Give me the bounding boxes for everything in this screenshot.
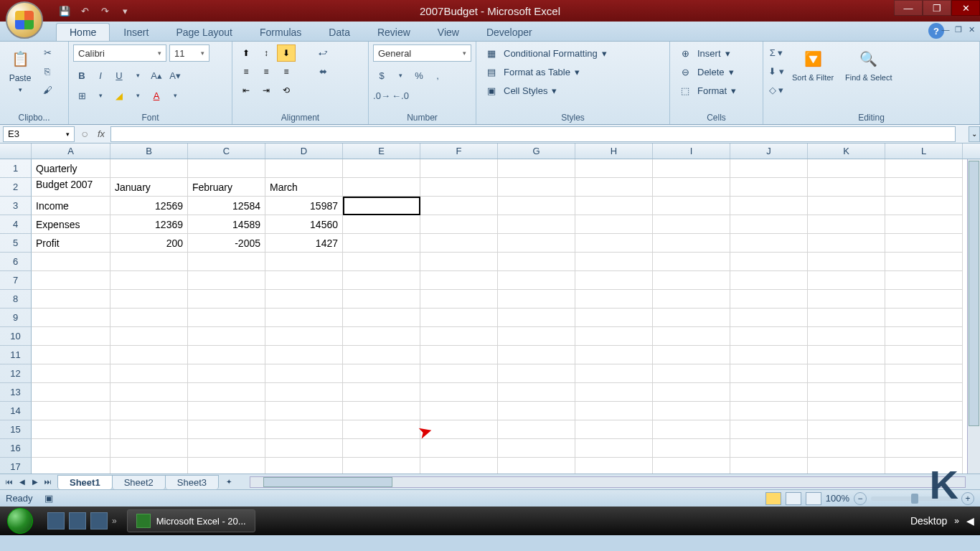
- cell-I16[interactable]: [653, 439, 730, 458]
- formula-input[interactable]: [110, 126, 956, 142]
- cell-A13[interactable]: [32, 383, 110, 402]
- cell-E8[interactable]: [343, 290, 420, 309]
- cell-K11[interactable]: [808, 346, 885, 364]
- row-header-5[interactable]: 5: [0, 234, 32, 253]
- cell-G8[interactable]: [498, 290, 575, 309]
- borders-icon[interactable]: ⊞: [73, 88, 90, 103]
- tab-home[interactable]: Home: [56, 23, 110, 41]
- cell-F5[interactable]: [420, 234, 498, 253]
- cell-K2[interactable]: [808, 178, 885, 197]
- cell-K5[interactable]: [808, 234, 885, 253]
- comma-icon[interactable]: ,: [429, 67, 446, 83]
- cell-E10[interactable]: [343, 327, 420, 346]
- cell-G2[interactable]: [498, 178, 575, 197]
- fx-icon[interactable]: fx: [92, 126, 110, 142]
- cell-L8[interactable]: [885, 290, 963, 309]
- cell-A17[interactable]: [32, 458, 110, 474]
- align-top-icon[interactable]: ⬆: [237, 44, 255, 62]
- cell-D17[interactable]: [265, 458, 343, 474]
- cell-D2[interactable]: March: [265, 178, 343, 197]
- cell-B9[interactable]: [110, 309, 188, 327]
- quicklaunch-icon[interactable]: [69, 512, 86, 529]
- cell-H5[interactable]: [575, 234, 653, 253]
- cell-J15[interactable]: [730, 420, 808, 439]
- grow-font-icon[interactable]: A▴: [148, 67, 165, 83]
- normal-view-icon[interactable]: [765, 492, 781, 505]
- cell-F13[interactable]: [420, 383, 498, 402]
- cell-I17[interactable]: [653, 458, 730, 474]
- cell-D8[interactable]: [265, 290, 343, 309]
- cell-K12[interactable]: [808, 364, 885, 383]
- zoom-level[interactable]: 100%: [826, 493, 849, 504]
- wrap-text-icon[interactable]: ⮐: [303, 44, 343, 60]
- column-header-A[interactable]: A: [32, 143, 110, 159]
- cell-F10[interactable]: [420, 327, 498, 346]
- zoom-thumb[interactable]: [911, 494, 918, 504]
- expand-formula-icon[interactable]: ⌄: [969, 126, 980, 142]
- cell-J4[interactable]: [730, 215, 808, 234]
- cell-H12[interactable]: [575, 364, 653, 383]
- minimize-button[interactable]: —: [894, 0, 923, 16]
- cell-C11[interactable]: [188, 346, 265, 364]
- ribbon-restore-icon[interactable]: ❐: [953, 24, 964, 34]
- tab-data[interactable]: Data: [315, 23, 364, 41]
- underline-button[interactable]: U: [110, 67, 128, 83]
- quicklaunch-more-icon[interactable]: »: [112, 516, 117, 526]
- cell-G5[interactable]: [498, 234, 575, 253]
- cell-J2[interactable]: [730, 178, 808, 197]
- zoom-slider[interactable]: [871, 496, 957, 501]
- cell-J8[interactable]: [730, 290, 808, 309]
- cell-C15[interactable]: [188, 420, 265, 439]
- fill-icon[interactable]: ⬇ ▾: [768, 63, 785, 79]
- show-desktop-icon[interactable]: [47, 512, 65, 529]
- delete-cells-button[interactable]: ⊖Delete ▾: [674, 63, 739, 80]
- cell-I12[interactable]: [653, 364, 730, 383]
- cell-H1[interactable]: [575, 159, 653, 178]
- cell-I3[interactable]: [653, 197, 730, 215]
- cell-C1[interactable]: [188, 159, 265, 178]
- cell-H7[interactable]: [575, 271, 653, 290]
- cell-I9[interactable]: [653, 309, 730, 327]
- cell-D12[interactable]: [265, 364, 343, 383]
- borders-dropdown-icon[interactable]: ▾: [92, 88, 109, 103]
- cell-I7[interactable]: [653, 271, 730, 290]
- cell-E4[interactable]: [343, 215, 420, 234]
- cell-C17[interactable]: [188, 458, 265, 474]
- cell-F6[interactable]: [420, 253, 498, 271]
- row-header-2[interactable]: 2: [0, 178, 32, 197]
- cell-F7[interactable]: [420, 271, 498, 290]
- maximize-button[interactable]: ❐: [923, 0, 951, 16]
- increase-indent-icon[interactable]: ⇥: [257, 82, 275, 99]
- tray-arrow-icon[interactable]: ◀: [966, 515, 974, 527]
- column-header-J[interactable]: J: [730, 143, 808, 159]
- cell-F11[interactable]: [420, 346, 498, 364]
- zoom-in-icon[interactable]: +: [961, 492, 974, 505]
- cell-I15[interactable]: [653, 420, 730, 439]
- cell-D15[interactable]: [265, 420, 343, 439]
- align-right-icon[interactable]: ≡: [277, 63, 296, 80]
- cell-F17[interactable]: [420, 458, 498, 474]
- cell-D7[interactable]: [265, 271, 343, 290]
- cell-E12[interactable]: [343, 364, 420, 383]
- cell-H17[interactable]: [575, 458, 653, 474]
- column-header-D[interactable]: D: [265, 143, 343, 159]
- cell-H8[interactable]: [575, 290, 653, 309]
- font-size-combo[interactable]: 11▾: [169, 44, 209, 62]
- cell-E14[interactable]: [343, 402, 420, 420]
- row-header-10[interactable]: 10: [0, 327, 32, 346]
- format-cells-button[interactable]: ⬚Format ▾: [674, 82, 739, 99]
- cell-K15[interactable]: [808, 420, 885, 439]
- cell-L7[interactable]: [885, 271, 963, 290]
- row-header-16[interactable]: 16: [0, 439, 32, 458]
- cell-G15[interactable]: [498, 420, 575, 439]
- cell-G17[interactable]: [498, 458, 575, 474]
- cell-B8[interactable]: [110, 290, 188, 309]
- horizontal-scrollbar[interactable]: [250, 476, 966, 488]
- close-button[interactable]: ✕: [951, 0, 980, 16]
- cell-I5[interactable]: [653, 234, 730, 253]
- cell-H13[interactable]: [575, 383, 653, 402]
- cell-I11[interactable]: [653, 346, 730, 364]
- cell-D3[interactable]: 15987: [265, 197, 343, 215]
- cell-J10[interactable]: [730, 327, 808, 346]
- row-header-17[interactable]: 17: [0, 458, 32, 474]
